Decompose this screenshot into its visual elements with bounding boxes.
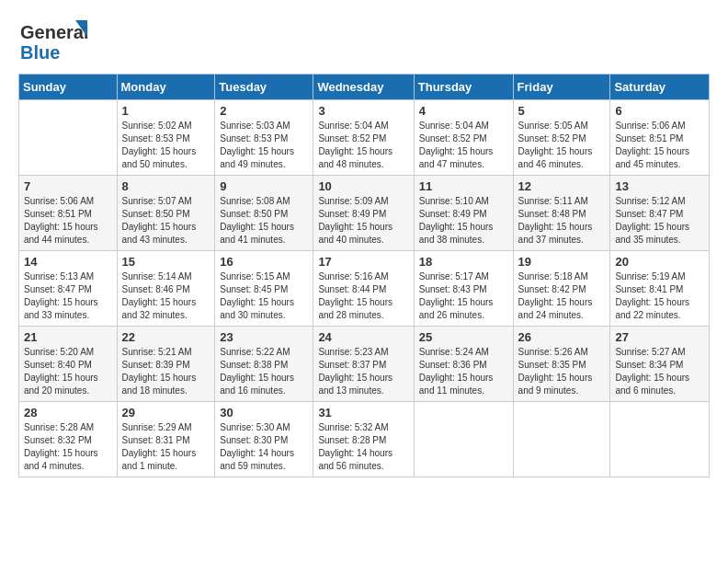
day-info: Sunrise: 5:10 AMSunset: 8:49 PMDaylight:… bbox=[419, 195, 508, 247]
calendar-cell: 29Sunrise: 5:29 AMSunset: 8:31 PMDayligh… bbox=[117, 402, 215, 477]
calendar-cell: 30Sunrise: 5:30 AMSunset: 8:30 PMDayligh… bbox=[215, 402, 313, 477]
calendar-cell: 17Sunrise: 5:16 AMSunset: 8:44 PMDayligh… bbox=[313, 251, 414, 327]
day-info: Sunrise: 5:13 AMSunset: 8:47 PMDaylight:… bbox=[24, 270, 112, 322]
svg-text:General: General bbox=[20, 22, 88, 42]
day-number: 24 bbox=[318, 330, 408, 344]
weekday-header: Thursday bbox=[414, 75, 513, 100]
calendar-cell bbox=[513, 402, 610, 477]
calendar-cell: 1Sunrise: 5:02 AMSunset: 8:53 PMDaylight… bbox=[117, 100, 215, 176]
day-info: Sunrise: 5:16 AMSunset: 8:44 PMDaylight:… bbox=[318, 270, 408, 322]
calendar-cell: 19Sunrise: 5:18 AMSunset: 8:42 PMDayligh… bbox=[513, 251, 610, 327]
day-info: Sunrise: 5:32 AMSunset: 8:28 PMDaylight:… bbox=[318, 421, 408, 473]
weekday-header: Sunday bbox=[19, 75, 118, 100]
weekday-header: Monday bbox=[117, 75, 215, 100]
calendar-cell bbox=[610, 402, 710, 477]
calendar-week-row: 7Sunrise: 5:06 AMSunset: 8:51 PMDaylight… bbox=[19, 176, 710, 251]
day-info: Sunrise: 5:15 AMSunset: 8:45 PMDaylight:… bbox=[220, 270, 308, 322]
calendar-table: SundayMondayTuesdayWednesdayThursdayFrid… bbox=[18, 74, 710, 477]
day-info: Sunrise: 5:11 AMSunset: 8:48 PMDaylight:… bbox=[518, 195, 606, 247]
day-info: Sunrise: 5:22 AMSunset: 8:38 PMDaylight:… bbox=[220, 346, 308, 397]
weekday-header-row: SundayMondayTuesdayWednesdayThursdayFrid… bbox=[19, 75, 710, 100]
day-number: 22 bbox=[122, 330, 210, 344]
calendar-cell: 4Sunrise: 5:04 AMSunset: 8:52 PMDaylight… bbox=[414, 100, 513, 176]
day-info: Sunrise: 5:12 AMSunset: 8:47 PMDaylight:… bbox=[615, 195, 704, 247]
calendar-cell: 14Sunrise: 5:13 AMSunset: 8:47 PMDayligh… bbox=[19, 251, 118, 327]
calendar-cell: 12Sunrise: 5:11 AMSunset: 8:48 PMDayligh… bbox=[513, 176, 610, 251]
page-header: GeneralBlue bbox=[18, 18, 710, 64]
calendar-cell: 16Sunrise: 5:15 AMSunset: 8:45 PMDayligh… bbox=[215, 251, 313, 327]
day-number: 7 bbox=[24, 179, 112, 193]
calendar-cell: 7Sunrise: 5:06 AMSunset: 8:51 PMDaylight… bbox=[19, 176, 118, 251]
weekday-header: Tuesday bbox=[215, 75, 313, 100]
day-number: 29 bbox=[122, 406, 210, 419]
day-info: Sunrise: 5:02 AMSunset: 8:53 PMDaylight:… bbox=[122, 120, 210, 171]
calendar-week-row: 28Sunrise: 5:28 AMSunset: 8:32 PMDayligh… bbox=[19, 402, 710, 477]
calendar-cell: 3Sunrise: 5:04 AMSunset: 8:52 PMDaylight… bbox=[313, 100, 414, 176]
calendar-cell: 18Sunrise: 5:17 AMSunset: 8:43 PMDayligh… bbox=[414, 251, 513, 327]
calendar-week-row: 21Sunrise: 5:20 AMSunset: 8:40 PMDayligh… bbox=[19, 327, 710, 402]
day-number: 6 bbox=[615, 104, 704, 118]
weekday-header: Friday bbox=[513, 75, 610, 100]
svg-text:Blue: Blue bbox=[20, 42, 60, 63]
day-number: 28 bbox=[24, 406, 112, 419]
day-number: 9 bbox=[220, 179, 308, 193]
day-info: Sunrise: 5:09 AMSunset: 8:49 PMDaylight:… bbox=[318, 195, 408, 247]
day-info: Sunrise: 5:06 AMSunset: 8:51 PMDaylight:… bbox=[24, 195, 112, 247]
day-info: Sunrise: 5:17 AMSunset: 8:43 PMDaylight:… bbox=[419, 270, 508, 322]
day-info: Sunrise: 5:24 AMSunset: 8:36 PMDaylight:… bbox=[419, 346, 508, 397]
calendar-cell: 2Sunrise: 5:03 AMSunset: 8:53 PMDaylight… bbox=[215, 100, 313, 176]
day-number: 14 bbox=[24, 255, 112, 269]
calendar-cell: 5Sunrise: 5:05 AMSunset: 8:52 PMDaylight… bbox=[513, 100, 610, 176]
day-info: Sunrise: 5:29 AMSunset: 8:31 PMDaylight:… bbox=[122, 421, 210, 473]
day-number: 23 bbox=[220, 330, 308, 344]
calendar-cell: 28Sunrise: 5:28 AMSunset: 8:32 PMDayligh… bbox=[19, 402, 118, 477]
day-number: 30 bbox=[220, 406, 308, 419]
day-info: Sunrise: 5:28 AMSunset: 8:32 PMDaylight:… bbox=[24, 421, 112, 473]
day-number: 1 bbox=[122, 104, 210, 118]
calendar-cell: 15Sunrise: 5:14 AMSunset: 8:46 PMDayligh… bbox=[117, 251, 215, 327]
calendar-cell: 24Sunrise: 5:23 AMSunset: 8:37 PMDayligh… bbox=[313, 327, 414, 402]
logo: GeneralBlue bbox=[18, 18, 94, 64]
calendar-cell: 9Sunrise: 5:08 AMSunset: 8:50 PMDaylight… bbox=[215, 176, 313, 251]
day-number: 12 bbox=[518, 179, 606, 193]
logo-icon: GeneralBlue bbox=[18, 18, 92, 64]
calendar-cell bbox=[414, 402, 513, 477]
calendar-cell: 6Sunrise: 5:06 AMSunset: 8:51 PMDaylight… bbox=[610, 100, 710, 176]
calendar-cell bbox=[19, 100, 118, 176]
day-info: Sunrise: 5:30 AMSunset: 8:30 PMDaylight:… bbox=[220, 421, 308, 473]
calendar-cell: 26Sunrise: 5:26 AMSunset: 8:35 PMDayligh… bbox=[513, 327, 610, 402]
day-number: 5 bbox=[518, 104, 606, 118]
day-number: 27 bbox=[615, 330, 704, 344]
calendar-cell: 10Sunrise: 5:09 AMSunset: 8:49 PMDayligh… bbox=[313, 176, 414, 251]
calendar-cell: 13Sunrise: 5:12 AMSunset: 8:47 PMDayligh… bbox=[610, 176, 710, 251]
day-info: Sunrise: 5:14 AMSunset: 8:46 PMDaylight:… bbox=[122, 270, 210, 322]
calendar-cell: 23Sunrise: 5:22 AMSunset: 8:38 PMDayligh… bbox=[215, 327, 313, 402]
day-number: 11 bbox=[419, 179, 508, 193]
day-number: 19 bbox=[518, 255, 606, 269]
calendar-cell: 22Sunrise: 5:21 AMSunset: 8:39 PMDayligh… bbox=[117, 327, 215, 402]
day-info: Sunrise: 5:06 AMSunset: 8:51 PMDaylight:… bbox=[615, 120, 704, 171]
day-number: 17 bbox=[318, 255, 408, 269]
day-info: Sunrise: 5:04 AMSunset: 8:52 PMDaylight:… bbox=[318, 120, 408, 171]
calendar-cell: 25Sunrise: 5:24 AMSunset: 8:36 PMDayligh… bbox=[414, 327, 513, 402]
calendar-week-row: 1Sunrise: 5:02 AMSunset: 8:53 PMDaylight… bbox=[19, 100, 710, 176]
day-number: 3 bbox=[318, 104, 408, 118]
day-number: 31 bbox=[318, 406, 408, 419]
day-info: Sunrise: 5:04 AMSunset: 8:52 PMDaylight:… bbox=[419, 120, 508, 171]
day-number: 4 bbox=[419, 104, 508, 118]
day-info: Sunrise: 5:21 AMSunset: 8:39 PMDaylight:… bbox=[122, 346, 210, 397]
day-info: Sunrise: 5:23 AMSunset: 8:37 PMDaylight:… bbox=[318, 346, 408, 397]
calendar-cell: 31Sunrise: 5:32 AMSunset: 8:28 PMDayligh… bbox=[313, 402, 414, 477]
weekday-header: Wednesday bbox=[313, 75, 414, 100]
calendar-week-row: 14Sunrise: 5:13 AMSunset: 8:47 PMDayligh… bbox=[19, 251, 710, 327]
weekday-header: Saturday bbox=[610, 75, 710, 100]
day-info: Sunrise: 5:19 AMSunset: 8:41 PMDaylight:… bbox=[615, 270, 704, 322]
day-number: 21 bbox=[24, 330, 112, 344]
day-info: Sunrise: 5:27 AMSunset: 8:34 PMDaylight:… bbox=[615, 346, 704, 397]
day-number: 20 bbox=[615, 255, 704, 269]
day-number: 13 bbox=[615, 179, 704, 193]
day-number: 10 bbox=[318, 179, 408, 193]
day-number: 26 bbox=[518, 330, 606, 344]
day-info: Sunrise: 5:03 AMSunset: 8:53 PMDaylight:… bbox=[220, 120, 308, 171]
day-info: Sunrise: 5:05 AMSunset: 8:52 PMDaylight:… bbox=[518, 120, 606, 171]
